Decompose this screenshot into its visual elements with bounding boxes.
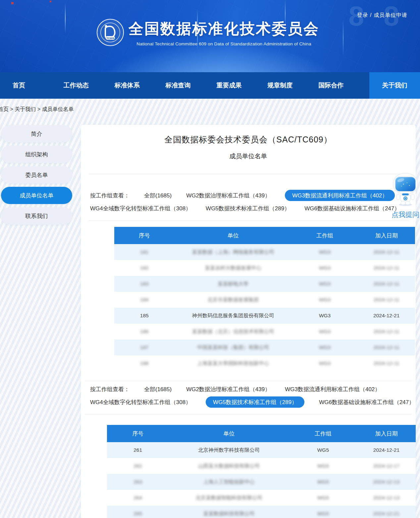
cell-date: 2024-12-11 (358, 297, 415, 303)
cell-unit: 某某数据（上海）网络服务有限公司 (175, 249, 292, 256)
cell-unit: 中国某某科技（集团）有限公司 (175, 344, 292, 351)
cell-group: WG3 (292, 249, 358, 255)
cell-group: WG3 (292, 265, 358, 271)
sidebar-item-intro[interactable]: 简介 (1, 125, 72, 142)
cell-date: 2024-12-21 (357, 511, 416, 517)
cell-unit: 上海某某大学国际科技创新中心 (175, 360, 292, 367)
site-title: 全国数据标准化技术委员会 (129, 19, 319, 39)
page-title: 全国数据标委会技术委员会（SAC/TC609） (81, 134, 416, 145)
table-row: 182 某某农村大数据发展中心 WG3 2024-12-11 (114, 260, 415, 276)
robot-mascot-icon[interactable] (392, 173, 419, 207)
svg-text:TC609: TC609 (106, 37, 115, 40)
banner-streak (343, 20, 343, 56)
col-header-date: 加入日期 (358, 232, 415, 239)
cell-date: 2024-12-11 (358, 360, 415, 366)
cell-seq: 181 (114, 249, 175, 255)
filter-wg4[interactable]: WG4全域数字化转型标准工作组（308） (90, 398, 191, 406)
cell-unit: 某某邮电大学 (175, 281, 292, 287)
filter-label: 按工作组查看： (90, 192, 130, 199)
cell-unit: 神州数码信息服务集团股份有限公司 (175, 312, 292, 319)
filter-wg6[interactable]: WG6数据基础设施标准工作组（247） (304, 205, 400, 212)
filter-wg3[interactable]: WG3数据流通利用标准工作组（402） (285, 386, 380, 393)
cell-group: WG3 (292, 329, 358, 335)
cell-group: WG5 (289, 511, 357, 517)
cell-date: 2024-12-21 (358, 313, 415, 319)
cell-seq: 184 (114, 297, 175, 303)
nav-item-international[interactable]: 国际合作 (318, 72, 369, 99)
filter-wg4[interactable]: WG4全域数字化转型标准工作组（308） (90, 205, 191, 212)
table-row: 262 山西某大数据科技有限公司 WG5 2024-12-17 (107, 458, 416, 474)
nav-item-standard-system[interactable]: 标准体系 (115, 72, 166, 99)
site-subtitle-en: National Technical Committee 609 on Data… (129, 41, 319, 46)
breadcrumb[interactable]: 首页 > 关于我们 > 成员单位名单 (0, 106, 74, 113)
login-link[interactable]: 登录 / 成员单位申请 (357, 12, 407, 19)
member-table-wg3: 序号 单位 工作组 加入日期 181 某某数据（上海）网络服务有限公司 WG3 … (114, 227, 415, 371)
cell-group: WG3 (292, 313, 358, 319)
filter-wg3-active[interactable]: WG3数据流通利用标准工作组（402） (285, 190, 395, 201)
col-header-unit: 单位 (175, 232, 292, 239)
table-row: 181 某某数据（上海）网络服务有限公司 WG3 2024-12-11 (114, 244, 415, 260)
table-row-highlight-185: 185 神州数码信息服务集团股份有限公司 WG3 2024-12-21 (114, 308, 415, 324)
table-header-row: 序号 单位 工作组 加入日期 (107, 425, 416, 442)
cell-seq: 265 (107, 511, 169, 517)
table-row: 264 北京某数据智能科技有限公司 WG5 2024-12-13 (107, 490, 416, 506)
filter-line: WG4全域数字化转型标准工作组（308） WG5数据技术标准工作组（289） W… (90, 203, 396, 214)
filter-all[interactable]: 全部(1685) (144, 386, 172, 393)
cell-seq: 185 (114, 313, 175, 319)
cell-group: WG3 (292, 297, 358, 303)
table-row: 187 中国某某科技（集团）有限公司 WG3 2024-12-11 (114, 339, 415, 355)
divider (89, 220, 409, 221)
cell-seq: 183 (114, 281, 175, 287)
sidebar-item-org[interactable]: 组织架构 (1, 146, 72, 163)
filter-wg6[interactable]: WG6数据基础设施标准工作组（247） (319, 398, 414, 406)
tc609-logo-icon: TC609 (96, 18, 125, 47)
cell-date: 2024-12-11 (358, 281, 415, 287)
cell-date: 2024-12-11 (358, 265, 415, 271)
cell-date: 2024-12-11 (358, 329, 415, 335)
sidebar-item-members[interactable]: 委员名单 (1, 166, 72, 183)
sidebar-item-contact[interactable]: 联系我们 (1, 207, 72, 225)
cell-unit: 某某数据（北京）信息技术有限公司 (175, 328, 292, 335)
divider (89, 174, 409, 174)
col-header-seq: 序号 (107, 430, 169, 438)
filter-wg5-active[interactable]: WG5数据技术标准工作组（289） (206, 396, 304, 408)
banner-streak (65, 3, 66, 33)
cell-seq: 187 (114, 344, 175, 350)
table-row: 188 上海某某大学国际科技创新中心 WG3 2024-12-11 (114, 355, 415, 371)
filter-wg2[interactable]: WG2数据治理标准工作组（439） (186, 192, 270, 199)
assistant-widget[interactable]: 点我提问 (392, 173, 419, 219)
nav-item-about-active[interactable]: 关于我们 (369, 72, 420, 99)
nav-item-home[interactable]: 首页 (13, 72, 64, 99)
filter-wg5[interactable]: WG5数据技术标准工作组（289） (206, 205, 290, 212)
nav-item-achievements[interactable]: 重要成果 (216, 72, 267, 99)
sidebar-item-member-units-active[interactable]: 成员单位名单 (1, 187, 72, 204)
nav-item-news[interactable]: 工作动态 (64, 72, 115, 99)
cell-group: WG3 (292, 344, 358, 350)
filter-all[interactable]: 全部(1685) (144, 192, 172, 199)
filter-label: 按工作组查看： (90, 386, 130, 393)
table-row: 184 北京市某数据发展集团 WG3 2024-12-11 (114, 292, 415, 308)
table-row: 265 某某数据科技有限公司 WG5 2024-12-21 (107, 506, 416, 518)
table-row: 186 某某数据（北京）信息技术有限公司 WG3 2024-12-11 (114, 324, 415, 339)
table-header-row: 序号 单位 工作组 加入日期 (114, 227, 415, 244)
filter-line: 按工作组查看： 全部(1685) WG2数据治理标准工作组（439） WG3数据… (90, 384, 396, 395)
site-banner: 8 8 登录 / 成员单位申请 TC609 全国数据标准化技术委员会 Natio… (0, 0, 420, 72)
main-content-card: 全国数据标委会技术委员会（SAC/TC609） 成员单位名单 按工作组查看： 全… (81, 125, 416, 518)
filter-line: WG4全域数字化转型标准工作组（308） WG5数据技术标准工作组（289） W… (90, 396, 396, 408)
col-header-group: 工作组 (292, 232, 358, 239)
filter-wg2[interactable]: WG2数据治理标准工作组（439） (186, 386, 270, 393)
filter-group-wg5: 按工作组查看： 全部(1685) WG2数据治理标准工作组（439） WG3数据… (90, 384, 396, 409)
cell-date: 2024-12-17 (357, 463, 416, 469)
cell-unit: 上海人工智能创新中心 (169, 479, 289, 486)
cell-unit: 山西某大数据科技有限公司 (169, 463, 289, 470)
banner-decor-dot (50, 1, 51, 2)
cell-date: 2024-12-11 (358, 344, 415, 350)
cell-date: 2024-12-21 (357, 447, 416, 453)
col-header-seq: 序号 (114, 232, 175, 239)
site-brand: TC609 全国数据标准化技术委员会 National Technical Co… (96, 18, 319, 47)
nav-item-standard-search[interactable]: 标准查询 (166, 72, 217, 99)
assistant-label[interactable]: 点我提问 (392, 210, 419, 219)
cell-group: WG5 (289, 495, 357, 501)
nav-item-regulations[interactable]: 规章制度 (267, 72, 318, 99)
divider (85, 414, 412, 414)
